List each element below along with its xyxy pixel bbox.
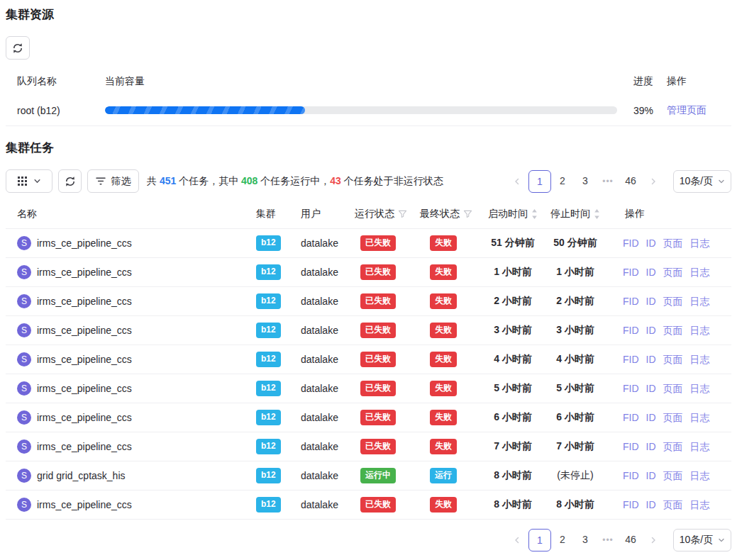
page-link[interactable]: 页面 — [663, 439, 683, 454]
page-ellipsis[interactable]: ••• — [597, 535, 619, 545]
fid-link[interactable]: FID — [623, 410, 639, 425]
manage-page-link[interactable]: 管理页面 — [667, 104, 706, 116]
task-row: S irms_ce_pipeline_ccs b12 datalake 已失败 … — [6, 403, 731, 432]
density-dropdown-button[interactable] — [6, 169, 52, 193]
sorter-icon[interactable] — [531, 208, 538, 220]
spark-avatar: S — [17, 469, 31, 483]
page-link[interactable]: 页面 — [663, 410, 683, 425]
next-page-button[interactable] — [642, 529, 665, 551]
fid-link[interactable]: FID — [623, 323, 639, 337]
pagination-top: 1 2 3 ••• 46 10条/页 — [506, 170, 731, 193]
log-link[interactable]: 日志 — [690, 294, 710, 308]
task-row: S irms_ce_pipeline_ccs b12 datalake 已失败 … — [6, 229, 731, 258]
page-button-46[interactable]: 46 — [619, 529, 642, 551]
page-link[interactable]: 页面 — [663, 498, 683, 512]
page-button-3[interactable]: 3 — [574, 170, 597, 193]
page-link[interactable]: 页面 — [663, 236, 683, 250]
tasks-refresh-button[interactable] — [58, 169, 82, 193]
log-link[interactable]: 日志 — [690, 381, 710, 396]
page-button-1[interactable]: 1 — [528, 170, 551, 193]
page-button-46[interactable]: 46 — [619, 170, 642, 193]
id-link[interactable]: ID — [646, 323, 656, 337]
log-link[interactable]: 日志 — [690, 352, 710, 366]
id-link[interactable]: ID — [646, 410, 656, 425]
prev-page-button[interactable] — [506, 170, 528, 193]
task-name: irms_ce_pipeline_ccs — [37, 296, 132, 307]
task-name-cell: S irms_ce_pipeline_ccs — [17, 498, 256, 512]
task-name: irms_ce_pipeline_ccs — [37, 383, 132, 394]
task-row: S grid grid_cptask_his b12 datalake 运行中 … — [6, 461, 731, 491]
page: 集群资源 队列名称 当前容量 进度 操作 root (b12) 39% 管理页 — [0, 0, 737, 551]
run-status-tag: 已失败 — [360, 410, 396, 425]
log-link[interactable]: 日志 — [690, 236, 710, 250]
final-status-tag: 运行 — [430, 468, 457, 483]
task-name: irms_ce_pipeline_ccs — [37, 267, 132, 278]
id-link[interactable]: ID — [646, 265, 656, 279]
fid-link[interactable]: FID — [623, 469, 639, 483]
fid-link[interactable]: FID — [623, 352, 639, 366]
log-link[interactable]: 日志 — [690, 323, 710, 337]
fid-link[interactable]: FID — [623, 439, 639, 454]
stop-time: 2 小时前 — [543, 295, 607, 308]
fid-link[interactable]: FID — [623, 236, 639, 250]
page-link[interactable]: 页面 — [663, 265, 683, 279]
id-link[interactable]: ID — [646, 352, 656, 366]
user: datalake — [301, 441, 355, 452]
page-button-2[interactable]: 2 — [551, 170, 574, 193]
task-actions: FID ID 页面 日志 — [607, 410, 731, 425]
page-link[interactable]: 页面 — [663, 323, 683, 337]
id-link[interactable]: ID — [646, 294, 656, 308]
filter-funnel-icon[interactable] — [463, 210, 472, 218]
user: datalake — [301, 412, 355, 423]
filter-button[interactable]: 筛选 — [87, 169, 139, 193]
final-status-tag: 失败 — [430, 352, 457, 367]
page-link[interactable]: 页面 — [663, 294, 683, 308]
page-button-1[interactable]: 1 — [528, 529, 551, 551]
page-button-2[interactable]: 2 — [551, 529, 574, 551]
next-page-button[interactable] — [642, 170, 665, 193]
start-time: 3 小时前 — [482, 324, 543, 337]
final-status-tag: 失败 — [430, 410, 457, 425]
task-actions: FID ID 页面 日志 — [607, 236, 731, 250]
log-link[interactable]: 日志 — [690, 265, 710, 279]
progress-fill — [105, 106, 305, 114]
sorter-icon[interactable] — [594, 208, 600, 220]
page-size-select[interactable]: 10条/页 — [673, 170, 731, 193]
id-link[interactable]: ID — [646, 381, 656, 396]
log-link[interactable]: 日志 — [690, 498, 710, 512]
stop-time: (未停止) — [543, 469, 607, 482]
user: datalake — [301, 237, 355, 249]
page-ellipsis[interactable]: ••• — [597, 177, 619, 186]
resources-refresh-button[interactable] — [6, 36, 30, 60]
id-link[interactable]: ID — [646, 498, 656, 512]
task-row: S irms_ce_pipeline_ccs b12 datalake 已失败 … — [6, 491, 731, 520]
log-link[interactable]: 日志 — [690, 439, 710, 454]
page-size-select[interactable]: 10条/页 — [673, 529, 731, 551]
chevron-down-icon — [718, 178, 725, 185]
fid-link[interactable]: FID — [623, 294, 639, 308]
run-status-tag: 已失败 — [360, 381, 396, 396]
page-link[interactable]: 页面 — [663, 381, 683, 396]
task-name-cell: S irms_ce_pipeline_ccs — [17, 323, 256, 337]
task-row: S irms_ce_pipeline_ccs b12 datalake 已失败 … — [6, 374, 731, 403]
fid-link[interactable]: FID — [623, 498, 639, 512]
stopped-count: 43 — [330, 175, 341, 186]
user: datalake — [301, 296, 355, 307]
tasks-table-header: 名称 集群 用户 运行状态 最终状态 启动时间 停止时间 操作 — [6, 200, 731, 229]
fid-link[interactable]: FID — [623, 381, 639, 396]
start-time: 7 小时前 — [482, 440, 543, 453]
task-actions: FID ID 页面 日志 — [607, 469, 731, 483]
spark-avatar: S — [17, 265, 31, 279]
page-button-3[interactable]: 3 — [574, 529, 597, 551]
id-link[interactable]: ID — [646, 469, 656, 483]
id-link[interactable]: ID — [646, 236, 656, 250]
page-link[interactable]: 页面 — [663, 352, 683, 366]
log-link[interactable]: 日志 — [690, 410, 710, 425]
page-link[interactable]: 页面 — [663, 469, 683, 483]
task-name: irms_ce_pipeline_ccs — [37, 412, 132, 423]
prev-page-button[interactable] — [506, 529, 528, 551]
fid-link[interactable]: FID — [623, 265, 639, 279]
id-link[interactable]: ID — [646, 439, 656, 454]
filter-funnel-icon[interactable] — [398, 210, 407, 218]
log-link[interactable]: 日志 — [690, 469, 710, 483]
